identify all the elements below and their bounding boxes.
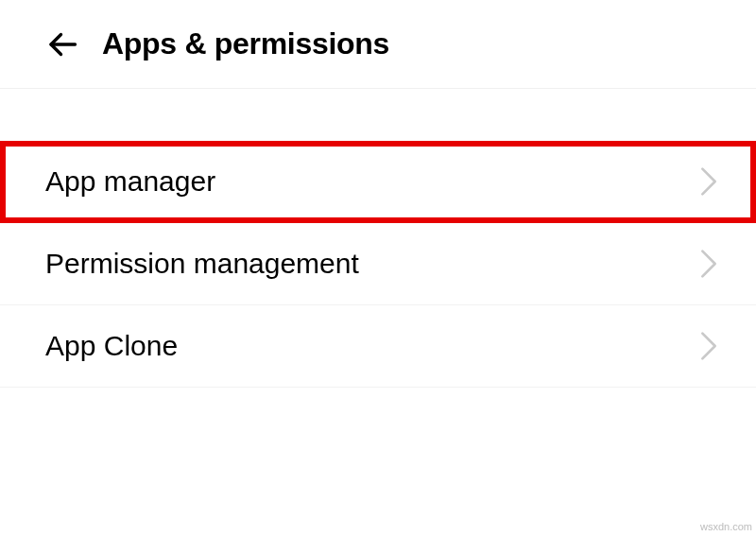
chevron-right-icon <box>699 165 718 198</box>
settings-header: Apps & permissions <box>0 0 756 89</box>
page-title: Apps & permissions <box>102 26 389 61</box>
list-item-permission-management[interactable]: Permission management <box>0 223 756 305</box>
back-arrow-icon[interactable] <box>45 27 79 61</box>
list-item-app-manager[interactable]: App manager <box>0 141 756 223</box>
chevron-right-icon <box>699 248 718 280</box>
watermark: wsxdn.com <box>700 521 752 532</box>
settings-list: App manager Permission management App Cl… <box>0 141 756 388</box>
list-item-app-clone[interactable]: App Clone <box>0 305 756 388</box>
list-item-label: App Clone <box>45 330 178 362</box>
chevron-right-icon <box>699 330 718 362</box>
list-item-label: App manager <box>45 165 215 198</box>
list-item-label: Permission management <box>45 248 359 280</box>
section-spacer <box>0 89 756 141</box>
